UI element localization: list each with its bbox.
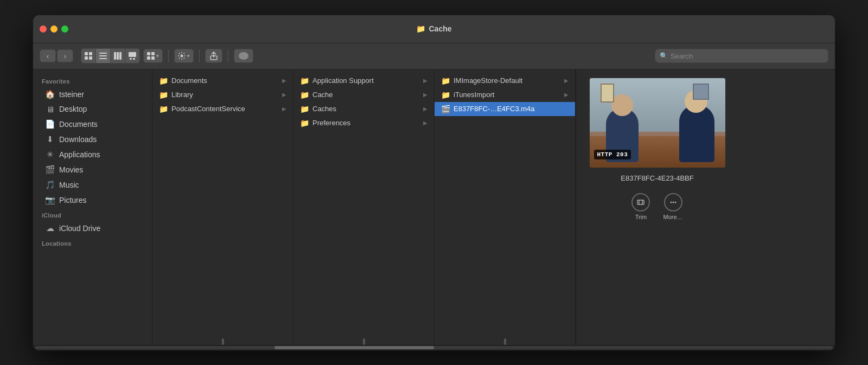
svg-rect-13 [147, 52, 150, 55]
chevron-right-icon: ▶ [423, 106, 427, 112]
chevron-right-icon: ▶ [564, 92, 569, 98]
svg-rect-8 [117, 52, 119, 60]
list-item-selected[interactable]: 🎬 E837F8FC-…E4FC3.m4a [435, 102, 575, 116]
preview-actions: Trim More… [631, 193, 682, 220]
list-item[interactable]: 📁 Documents ▶ [152, 74, 293, 88]
svg-point-24 [672, 201, 674, 203]
list-view-button[interactable] [96, 49, 110, 63]
back-button[interactable]: ‹ [40, 49, 56, 62]
icloud-label: iCloud [33, 208, 152, 221]
browser-col-3: 📁 IMImageStore-Default ▶ 📁 iTunesImport … [435, 69, 576, 345]
sidebar-item-label: iCloud Drive [59, 224, 100, 233]
chevron-right-icon: ▶ [564, 78, 569, 84]
trim-button[interactable]: Trim [631, 193, 650, 220]
titlebar: 📁 Cache [33, 15, 835, 43]
column-resize-handle[interactable] [363, 338, 365, 345]
svg-rect-14 [151, 52, 155, 55]
svg-rect-2 [85, 56, 88, 60]
column-view-button[interactable] [111, 49, 125, 63]
file-name: IMImageStore-Default [454, 76, 561, 85]
applications-icon: ✳ [45, 150, 55, 159]
search-input[interactable] [671, 52, 824, 60]
view-options-button[interactable]: ▾ [143, 49, 163, 63]
home-icon: 🏠 [45, 89, 55, 99]
sidebar-item-applications[interactable]: ✳ Applications [36, 147, 149, 162]
video-file-icon: 🎬 [441, 105, 450, 113]
movies-icon: 🎬 [45, 165, 55, 175]
action-menu-button[interactable]: ▾ [174, 49, 194, 63]
list-item[interactable]: 📁 Cache ▶ [293, 88, 434, 102]
more-button[interactable]: More… [663, 193, 682, 220]
file-name: Preferences [312, 119, 420, 127]
folder-icon: 📁 [441, 76, 450, 85]
folder-icon: 📁 [300, 119, 309, 127]
sidebar-item-icloud-drive[interactable]: ☁ iCloud Drive [36, 221, 149, 236]
sidebar-item-label: Downloads [59, 135, 97, 144]
chevron-right-icon: ▶ [423, 78, 427, 84]
sidebar-item-label: tsteiner [59, 90, 84, 99]
pictures-icon: 📷 [45, 195, 55, 205]
browser-col-1: 📁 Documents ▶ 📁 Library ▶ 📁 PodcastConte… [152, 69, 293, 345]
svg-rect-0 [85, 52, 88, 55]
list-item[interactable]: 📁 PodcastContentService ▶ [152, 102, 293, 116]
sidebar-item-movies[interactable]: 🎬 Movies [36, 162, 149, 177]
preview-thumbnail: HTTP 203 [590, 78, 725, 168]
sidebar-item-documents[interactable]: 📄 Documents [36, 117, 149, 132]
sidebar-item-desktop[interactable]: 🖥 Desktop [36, 102, 149, 117]
close-button[interactable] [40, 25, 47, 33]
maximize-button[interactable] [61, 25, 68, 33]
svg-rect-1 [89, 52, 92, 55]
forward-button[interactable]: › [57, 49, 73, 62]
file-name: Library [171, 91, 279, 99]
chevron-right-icon: ▶ [423, 120, 427, 126]
column-resize-handle[interactable] [222, 338, 224, 345]
nav-buttons: ‹ › [40, 49, 73, 62]
toolbar: ‹ › [33, 43, 835, 69]
list-item[interactable]: 📁 Application Support ▶ [293, 74, 434, 88]
downloads-icon: ⬇ [45, 135, 55, 144]
tag-button[interactable] [234, 49, 253, 63]
file-name: E837F8FC-…E4FC3.m4a [454, 105, 569, 113]
folder-icon: 📁 [300, 91, 309, 99]
search-box[interactable]: 🔍 [655, 49, 828, 63]
finder-window: 📁 Cache ‹ › [33, 15, 835, 351]
scrollbar-thumb[interactable] [275, 346, 434, 349]
svg-rect-9 [119, 52, 122, 60]
svg-rect-16 [151, 56, 155, 60]
trim-label: Trim [635, 214, 647, 220]
folder-icon: 📁 [300, 76, 309, 85]
svg-rect-11 [130, 58, 132, 60]
list-item[interactable]: 📁 Caches ▶ [293, 102, 434, 116]
list-item[interactable]: 📁 iTunesImport ▶ [435, 88, 575, 102]
list-item[interactable]: 📁 Preferences ▶ [293, 116, 434, 130]
chevron-right-icon: ▶ [282, 92, 286, 98]
sidebar-item-tsteiner[interactable]: 🏠 tsteiner [36, 87, 149, 102]
icon-view-button[interactable] [81, 49, 95, 63]
more-label: More… [663, 214, 682, 220]
list-item[interactable]: 📁 IMImageStore-Default ▶ [435, 74, 575, 88]
column-resize-handle[interactable] [504, 338, 506, 345]
sidebar-item-label: Pictures [59, 196, 87, 204]
documents-icon: 📄 [45, 119, 55, 129]
sidebar: Favorites 🏠 tsteiner 🖥 Desktop 📄 Documen… [33, 69, 152, 345]
video-badge: HTTP 203 [594, 150, 631, 159]
locations-label: Locations [33, 236, 152, 249]
file-name: Documents [171, 76, 279, 85]
svg-point-23 [670, 201, 672, 203]
preview-filename: E837F8FC-4E23-4BBF [621, 174, 693, 182]
sidebar-item-pictures[interactable]: 📷 Pictures [36, 193, 149, 208]
horizontal-scrollbar[interactable] [33, 345, 835, 350]
sidebar-item-music[interactable]: 🎵 Music [36, 177, 149, 193]
favorites-label: Favorites [33, 74, 152, 87]
svg-rect-7 [114, 52, 116, 60]
svg-rect-15 [147, 56, 150, 60]
list-item[interactable]: 📁 Library ▶ [152, 88, 293, 102]
desktop-icon: 🖥 [45, 105, 55, 114]
sidebar-item-downloads[interactable]: ⬇ Downloads [36, 132, 149, 147]
share-button[interactable] [205, 49, 222, 63]
minimize-button[interactable] [50, 25, 58, 33]
browser-col-2: 📁 Application Support ▶ 📁 Cache ▶ 📁 Cach… [293, 69, 435, 345]
svg-point-19 [239, 52, 248, 60]
file-name: Caches [312, 105, 420, 113]
gallery-view-button[interactable] [125, 49, 139, 63]
